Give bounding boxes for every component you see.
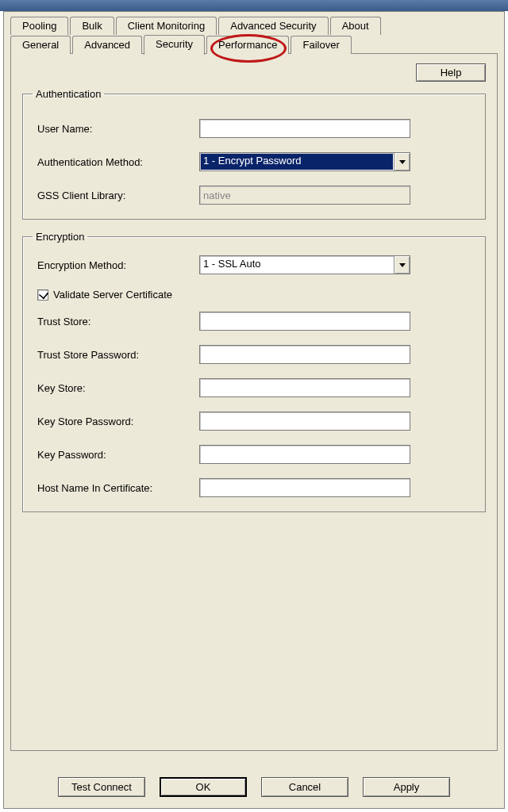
tab-performance[interactable]: Performance — [206, 36, 289, 54]
cancel-button[interactable]: Cancel — [261, 777, 348, 797]
help-button[interactable]: Help — [416, 63, 486, 82]
test-connect-button[interactable]: Test Connect — [58, 777, 145, 797]
tab-bulk[interactable]: Bulk — [70, 17, 114, 35]
tab-failover[interactable]: Failover — [291, 36, 351, 54]
gss-library-label: GSS Client Library: — [37, 190, 199, 201]
group-authentication: Authentication User Name: Authentication… — [22, 88, 486, 220]
tab-advanced-security[interactable]: Advanced Security — [218, 17, 328, 35]
gss-library-input — [199, 186, 410, 205]
tab-security[interactable]: Security — [144, 35, 205, 55]
user-name-label: User Name: — [37, 123, 199, 135]
tab-pooling[interactable]: Pooling — [10, 17, 68, 35]
user-name-input[interactable] — [199, 119, 410, 138]
trust-store-pw-label: Trust Store Password: — [37, 349, 199, 361]
key-pw-input[interactable] — [199, 445, 410, 464]
tab-panel-security: Help Authentication User Name: Authentic… — [10, 53, 498, 751]
key-store-label: Key Store: — [37, 382, 199, 394]
tab-general[interactable]: General — [10, 36, 71, 54]
tab-about[interactable]: About — [330, 17, 381, 35]
validate-cert-checkbox[interactable] — [37, 289, 48, 301]
tab-strip: Pooling Bulk Client Monitoring Advanced … — [10, 17, 498, 751]
validate-cert-label: Validate Server Certificate — [53, 289, 172, 301]
host-cert-label: Host Name In Certificate: — [37, 482, 199, 494]
chevron-down-icon — [399, 160, 406, 164]
tab-client-monitoring[interactable]: Client Monitoring — [116, 17, 217, 35]
group-encryption: Encryption Encryption Method: 1 - SSL Au… — [22, 231, 486, 512]
enc-method-label: Encryption Method: — [37, 259, 199, 271]
auth-method-dropdown[interactable]: 1 - Encrypt Password — [199, 152, 410, 171]
trust-store-input[interactable] — [199, 312, 410, 331]
trust-store-label: Trust Store: — [37, 316, 199, 327]
enc-method-dropdown[interactable]: 1 - SSL Auto — [199, 255, 410, 274]
group-authentication-legend: Authentication — [33, 88, 104, 100]
key-store-input[interactable] — [199, 378, 410, 397]
enc-method-value: 1 - SSL Auto — [200, 256, 394, 274]
auth-method-dropdown-button[interactable] — [394, 153, 410, 170]
key-store-pw-input[interactable] — [199, 412, 410, 431]
tab-row-back: Pooling Bulk Client Monitoring Advanced … — [10, 17, 498, 35]
window-titlebar — [0, 0, 508, 11]
chevron-down-icon — [399, 263, 406, 267]
tab-row-front: General Advanced Security Performance Fa… — [10, 35, 498, 54]
apply-button[interactable]: Apply — [363, 777, 450, 797]
dialog-container: Pooling Bulk Client Monitoring Advanced … — [3, 11, 505, 809]
tab-advanced[interactable]: Advanced — [72, 36, 142, 54]
enc-method-dropdown-button[interactable] — [394, 256, 410, 274]
auth-method-label: Authentication Method: — [37, 156, 199, 168]
trust-store-pw-input[interactable] — [199, 345, 410, 364]
host-cert-input[interactable] — [199, 478, 410, 497]
ok-button[interactable]: OK — [160, 777, 247, 797]
group-encryption-legend: Encryption — [33, 231, 87, 243]
auth-method-value: 1 - Encrypt Password — [201, 154, 393, 170]
key-store-pw-label: Key Store Password: — [37, 416, 199, 427]
dialog-button-bar: Test Connect OK Cancel Apply — [4, 777, 504, 797]
key-pw-label: Key Password: — [37, 449, 199, 461]
